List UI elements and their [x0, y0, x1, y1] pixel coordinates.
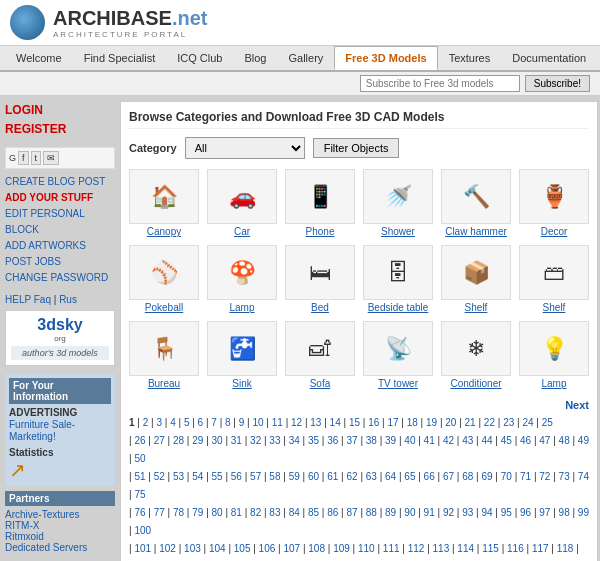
pagination-page[interactable]: 34	[289, 435, 300, 446]
pagination-page[interactable]: 78	[173, 507, 184, 518]
share-email[interactable]: ✉	[43, 151, 59, 165]
model-item[interactable]: 🗄 Bedside table	[363, 245, 433, 313]
pagination-page[interactable]: 33	[269, 435, 280, 446]
pagination-page[interactable]: 90	[404, 507, 415, 518]
advertising-link[interactable]: Furniture Sale-Marketing!	[9, 419, 75, 442]
pagination-page[interactable]: 89	[385, 507, 396, 518]
pagination-page[interactable]: 63	[366, 471, 377, 482]
login-link[interactable]: LOGIN	[5, 101, 115, 120]
model-item[interactable]: 🛋 Sofa	[285, 321, 355, 389]
pagination-page[interactable]: 103	[184, 543, 201, 554]
pagination-page[interactable]: 60	[308, 471, 319, 482]
model-item[interactable]: 📱 Phone	[285, 169, 355, 237]
pagination-next[interactable]: Next	[129, 399, 589, 411]
pagination-page[interactable]: 97	[539, 507, 550, 518]
create-blog-post-link[interactable]: CREATE BLOG POST	[5, 174, 115, 190]
pagination-page[interactable]: 50	[134, 453, 145, 464]
pagination-page[interactable]: 44	[481, 435, 492, 446]
pagination-page[interactable]: 22	[484, 417, 495, 428]
share-facebook[interactable]: f	[18, 151, 29, 165]
pagination-page[interactable]: 93	[462, 507, 473, 518]
pagination-page[interactable]: 27	[154, 435, 165, 446]
pagination-page[interactable]: 95	[501, 507, 512, 518]
pagination-page[interactable]: 96	[520, 507, 531, 518]
pagination-page[interactable]: 75	[134, 489, 145, 500]
pagination-page[interactable]: 105	[234, 543, 251, 554]
pagination-page[interactable]: 3	[156, 417, 162, 428]
pagination-page[interactable]: 72	[539, 471, 550, 482]
pagination-page[interactable]: 104	[209, 543, 226, 554]
model-item[interactable]: 🚿 Shower	[363, 169, 433, 237]
pagination-page[interactable]: 101	[134, 543, 151, 554]
model-item[interactable]: 💡 Lamp	[519, 321, 589, 389]
model-item[interactable]: 🪑 Bureau	[129, 321, 199, 389]
pagination-page[interactable]: 2	[143, 417, 149, 428]
model-item[interactable]: 🚰 Sink	[207, 321, 277, 389]
pagination-page[interactable]: 65	[404, 471, 415, 482]
model-item[interactable]: ⚾ Pokeball	[129, 245, 199, 313]
pagination-page[interactable]: 23	[503, 417, 514, 428]
pagination-page[interactable]: 40	[404, 435, 415, 446]
pagination-page[interactable]: 88	[366, 507, 377, 518]
pagination-page[interactable]: 9	[239, 417, 245, 428]
pagination-page[interactable]: 66	[424, 471, 435, 482]
pagination-page[interactable]: 14	[330, 417, 341, 428]
edit-personal-block-link[interactable]: EDIT PERSONAL BLOCK	[5, 206, 115, 238]
help-rus-link[interactable]: Rus	[59, 294, 77, 305]
pagination-page[interactable]: 30	[212, 435, 223, 446]
nav-documentation[interactable]: Documentation	[501, 46, 597, 70]
pagination-page[interactable]: 112	[408, 543, 425, 554]
model-item[interactable]: 🗃 Shelf	[519, 245, 589, 313]
pagination-page[interactable]: 115	[482, 543, 499, 554]
pagination-page[interactable]: 109	[333, 543, 350, 554]
change-password-link[interactable]: CHANGE PASSWORD	[5, 270, 115, 286]
pagination-page[interactable]: 11	[272, 417, 283, 428]
pagination-page[interactable]: 83	[269, 507, 280, 518]
pagination-page[interactable]: 80	[212, 507, 223, 518]
pagination-page[interactable]: 16	[368, 417, 379, 428]
nav-welcome[interactable]: Welcome	[5, 46, 73, 70]
pagination-page[interactable]: 86	[327, 507, 338, 518]
pagination-page[interactable]: 41	[424, 435, 435, 446]
model-item[interactable]: 🔨 Claw hammer	[441, 169, 511, 237]
pagination-page[interactable]: 118	[557, 543, 574, 554]
pagination-page[interactable]: 48	[559, 435, 570, 446]
pagination-page[interactable]: 107	[283, 543, 300, 554]
pagination-page[interactable]: 110	[358, 543, 375, 554]
pagination-page[interactable]: 87	[346, 507, 357, 518]
pagination-page[interactable]: 61	[327, 471, 338, 482]
pagination-page[interactable]: 52	[154, 471, 165, 482]
pagination-page[interactable]: 91	[424, 507, 435, 518]
pagination-page[interactable]: 59	[289, 471, 300, 482]
pagination-page[interactable]: 76	[134, 507, 145, 518]
pagination-page[interactable]: 74	[578, 471, 589, 482]
subscribe-input[interactable]	[360, 75, 520, 92]
pagination-page[interactable]: 55	[212, 471, 223, 482]
pagination-page[interactable]: 51	[134, 471, 145, 482]
model-item[interactable]: 🍄 Lamp	[207, 245, 277, 313]
add-artworks-link[interactable]: ADD ARTWORKS	[5, 238, 115, 254]
pagination-page[interactable]: 77	[154, 507, 165, 518]
pagination-page[interactable]: 45	[501, 435, 512, 446]
nav-gallery[interactable]: Gallery	[277, 46, 334, 70]
partner-ritm-x[interactable]: RITM-X	[5, 520, 115, 531]
pagination-page[interactable]: 71	[520, 471, 531, 482]
pagination-page[interactable]: 53	[173, 471, 184, 482]
pagination-page[interactable]: 49	[578, 435, 589, 446]
pagination-page[interactable]: 18	[407, 417, 418, 428]
pagination-page[interactable]: 13	[310, 417, 321, 428]
pagination-page[interactable]: 56	[231, 471, 242, 482]
pagination-page[interactable]: 37	[346, 435, 357, 446]
pagination-page[interactable]: 79	[192, 507, 203, 518]
pagination-page[interactable]: 8	[225, 417, 231, 428]
pagination-page[interactable]: 35	[308, 435, 319, 446]
pagination-page[interactable]: 21	[465, 417, 476, 428]
pagination-page[interactable]: 10	[252, 417, 263, 428]
partner-archive-textures[interactable]: Archive-Textures	[5, 509, 115, 520]
pagination-page[interactable]: 28	[173, 435, 184, 446]
model-item[interactable]: 🛏 Bed	[285, 245, 355, 313]
help-faq-link[interactable]: Faq	[34, 294, 51, 305]
pagination-page[interactable]: 114	[457, 543, 474, 554]
nav-blog[interactable]: Blog	[233, 46, 277, 70]
pagination-page[interactable]: 54	[192, 471, 203, 482]
